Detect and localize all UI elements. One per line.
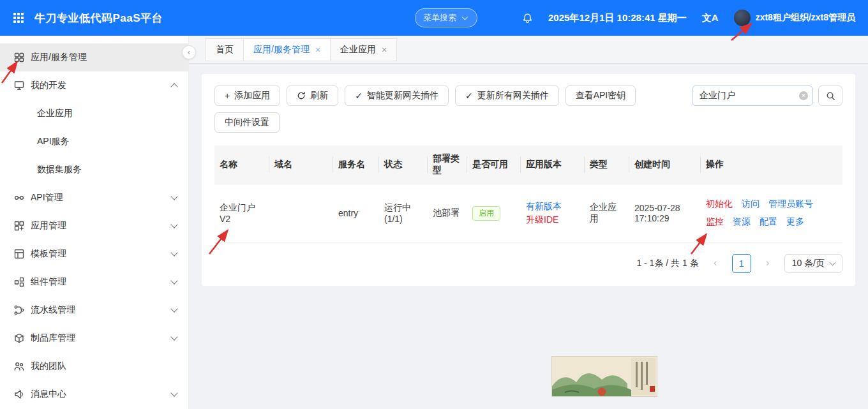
close-icon[interactable]: × (382, 45, 387, 54)
update-all-gateway-plugins-button[interactable]: ✓更新所有网关插件 (455, 86, 559, 106)
sidebar-subitem-enterprise-app[interactable]: 企业应用 (0, 100, 188, 128)
view-api-key-button[interactable]: 查看API密钥 (565, 86, 636, 106)
notification-bell-icon[interactable] (522, 13, 533, 24)
column-header: 状态 (379, 145, 428, 184)
chevron-down-icon (170, 305, 177, 312)
enabled-status-badge: 启用 (472, 206, 500, 221)
sidebar-item-my-dev[interactable]: 我的开发 (0, 71, 188, 100)
sidebar-item-message-center[interactable]: 消息中心 (0, 380, 188, 408)
tab-app-service-mgmt[interactable]: 应用/服务管理× (243, 38, 331, 61)
close-icon[interactable]: × (315, 45, 320, 54)
sidebar-item-app-service-mgmt[interactable]: 应用/服务管理 (0, 43, 188, 71)
column-header: 操作 (701, 145, 842, 184)
config-action-link[interactable]: 配置 (760, 216, 777, 228)
menu-search-select[interactable]: 菜单搜索 (415, 8, 477, 27)
sidebar-item-template-mgmt[interactable]: 模板管理 (0, 240, 188, 268)
toolbar-buttons-row1: +添加应用刷新✓智能更新网关插件✓更新所有网关插件查看API密钥 (214, 86, 636, 106)
artifact-icon (14, 333, 24, 343)
tab-home[interactable]: 首页 (206, 38, 244, 61)
plus-icon: + (225, 91, 230, 100)
chevron-down-icon (170, 221, 177, 228)
sidebar-item-label: 应用管理 (31, 220, 66, 232)
button-label: 智能更新网关插件 (367, 90, 438, 101)
search-input[interactable] (692, 86, 813, 106)
button-label: 中间件设置 (225, 117, 269, 128)
sidebar-item-app-mgmt[interactable]: 应用管理 (0, 212, 188, 240)
app-list-card: +添加应用刷新✓智能更新网关插件✓更新所有网关插件查看API密钥 ✕ (202, 74, 855, 286)
middleware-settings-button[interactable]: 中间件设置 (214, 112, 280, 133)
sidebar-item-label: 组件管理 (31, 276, 66, 288)
add-app-button[interactable]: +添加应用 (214, 86, 280, 106)
sidebar-subitem-dataset-service[interactable]: 数据集服务 (0, 156, 188, 184)
column-header: 部署类型 (428, 145, 467, 184)
visit-action-link[interactable]: 访问 (742, 198, 760, 210)
tab-label: 企业应用 (340, 44, 376, 56)
chevron-down-icon (170, 193, 177, 200)
column-header: 名称 (214, 145, 269, 184)
apps-grid-icon[interactable] (13, 12, 24, 24)
cell-type: 企业应用 (585, 184, 629, 242)
chevron-down-icon (462, 14, 468, 20)
chevron-up-icon (170, 83, 177, 90)
tab-enterprise-app[interactable]: 企业应用× (330, 38, 397, 61)
new-version-available-link[interactable]: 有新版本 (526, 201, 580, 212)
template-icon (14, 249, 24, 259)
magnifier-icon (826, 91, 835, 101)
sidebar-item-label: 模板管理 (31, 248, 66, 260)
toolbar-row-1: +添加应用刷新✓智能更新网关插件✓更新所有网关插件查看API密钥 ✕ (214, 86, 842, 106)
button-label: 刷新 (310, 90, 328, 101)
content-area: +添加应用刷新✓智能更新网关插件✓更新所有网关插件查看API密钥 ✕ (189, 64, 868, 409)
sidebar-item-label: 我的团队 (31, 361, 66, 372)
page-number-button[interactable]: 1 (732, 254, 751, 273)
cell-status: 运行中 (1/1) (379, 184, 428, 242)
chevron-down-icon (830, 260, 836, 266)
chevron-down-icon (170, 333, 177, 340)
more-action-link[interactable]: 更多 (786, 216, 804, 228)
pagination: 1 - 1条 / 共 1 条 ‹ 1 › 10 条/页 (214, 254, 842, 273)
refresh-button[interactable]: 刷新 (287, 86, 338, 106)
button-label: 更新所有网关插件 (477, 90, 549, 101)
app-table: 名称域名服务名状态部署类型是否可用应用版本类型创建时间操作 企业门户V2entr… (214, 145, 842, 242)
table-header-row: 名称域名服务名状态部署类型是否可用应用版本类型创建时间操作 (214, 145, 842, 184)
resource-action-link[interactable]: 资源 (733, 216, 751, 228)
chevron-down-icon (170, 277, 177, 284)
sidebar-item-component-mgmt[interactable]: 组件管理 (0, 268, 188, 296)
search-button[interactable] (818, 86, 842, 106)
tab-label: 应用/服务管理 (253, 44, 310, 56)
sidebar-item-label: 制品库管理 (31, 332, 75, 344)
clear-icon[interactable]: ✕ (799, 91, 808, 100)
initialize-action-link[interactable]: 初始化 (706, 198, 733, 210)
monitor-action-link[interactable]: 监控 (706, 216, 724, 228)
next-page-button[interactable]: › (759, 255, 777, 272)
sidebar-item-label: 流水线管理 (31, 304, 75, 316)
upgrade-ide-link[interactable]: 升级IDE (526, 214, 580, 226)
table-row: 企业门户V2entry运行中 (1/1)池部署启用有新版本升级IDE企业应用20… (214, 184, 842, 242)
smart-update-gateway-plugin-button[interactable]: ✓智能更新网关插件 (345, 86, 449, 106)
page-size-select[interactable]: 10 条/页 (784, 254, 842, 273)
sidebar-item-label: API管理 (31, 192, 63, 204)
language-switch-icon[interactable]: 文A (702, 12, 719, 24)
sidebar-menu: 应用/服务管理我的开发企业应用API服务数据集服务API管理应用管理模板管理组件… (0, 36, 188, 408)
api-icon (14, 193, 24, 203)
column-header: 是否可用 (467, 145, 521, 184)
menu-search-placeholder: 菜单搜索 (423, 12, 456, 24)
admin-account-action-link[interactable]: 管理员账号 (768, 198, 813, 210)
sidebar-item-pipeline-mgmt[interactable]: 流水线管理 (0, 296, 188, 324)
button-label: 查看API密钥 (576, 90, 626, 101)
check-icon: ✓ (465, 91, 473, 100)
sidebar-subitem-api-service[interactable]: API服务 (0, 128, 188, 156)
chevron-down-icon (170, 389, 177, 396)
sidebar-collapse-button[interactable]: ‹ (182, 45, 196, 59)
app-title: 牛刀专业低代码PaaS平台 (34, 11, 163, 26)
sidebar-item-artifact-repo-mgmt[interactable]: 制品库管理 (0, 324, 188, 352)
column-header: 服务名 (333, 145, 379, 184)
user-menu[interactable]: zxt8租户组织/zxt8管理员 (734, 10, 855, 26)
topbar-right: 2025年12月1日 10:28:41 星期一 文A zxt8租户组织/zxt8… (522, 10, 855, 26)
landscape-painting (552, 357, 657, 396)
sidebar-item-my-team[interactable]: 我的团队 (0, 352, 188, 380)
cell-deploy-type: 池部署 (428, 184, 467, 242)
prev-page-button[interactable]: ‹ (707, 255, 724, 272)
sidebar-item-api-mgmt[interactable]: API管理 (0, 184, 188, 212)
component-icon (14, 277, 24, 287)
message-icon (14, 389, 24, 399)
